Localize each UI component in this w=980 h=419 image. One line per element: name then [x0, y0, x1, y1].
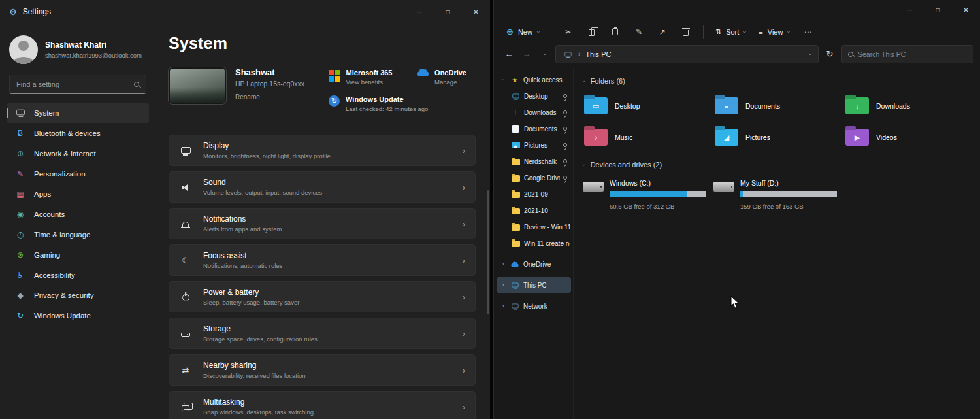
- sidebar-item-gaming[interactable]: ⊗ Gaming: [7, 245, 149, 265]
- nearby-sharing-icon: ⇄: [179, 366, 192, 375]
- settings-search[interactable]: [9, 75, 146, 94]
- rename-button[interactable]: ✎: [628, 23, 650, 41]
- settings-row-focus-assist[interactable]: ☾ Focus assist Notifications, automatic …: [169, 244, 476, 276]
- videos-folder-icon: ▶: [845, 129, 869, 146]
- back-button[interactable]: ←: [500, 46, 517, 63]
- folders-section-header[interactable]: › Folders (6): [583, 77, 980, 85]
- sidebar-item-windows-update[interactable]: ↻ Windows Update: [7, 306, 149, 326]
- folder-tile-music[interactable]: ♪ Music: [583, 124, 713, 150]
- nav-downloads[interactable]: ↓ Downloads: [497, 105, 571, 120]
- user-email: shashwat.khatri1993@outlook.com: [45, 52, 142, 59]
- folder-tile-desktop[interactable]: ▭ Desktop: [583, 93, 713, 119]
- minimize-button[interactable]: ─: [896, 0, 924, 20]
- sort-button[interactable]: ⇅ Sort ›: [710, 24, 751, 39]
- explorer-search-input[interactable]: [858, 50, 967, 58]
- chevron-right-icon[interactable]: ›: [500, 282, 506, 288]
- sidebar-item-time-language[interactable]: ◷ Time & language: [7, 225, 149, 244]
- folder-tile-videos[interactable]: ▶ Videos: [844, 124, 975, 150]
- settings-row-multitasking[interactable]: Multitasking Snap windows, desktops, tas…: [169, 391, 476, 419]
- minimize-button[interactable]: ─: [406, 0, 434, 24]
- sidebar-item-accounts[interactable]: ◉ Accounts: [7, 205, 149, 224]
- sidebar-item-apps[interactable]: ▦ Apps: [7, 184, 149, 204]
- windows-update-card[interactable]: ↻ Windows Update Last checked: 42 minute…: [329, 95, 466, 112]
- maximize-button[interactable]: □: [924, 0, 952, 20]
- user-profile[interactable]: Shashwat Khatri shashwat.khatri1993@outl…: [0, 30, 155, 68]
- sidebar-item-system[interactable]: System: [7, 103, 149, 123]
- rename-link[interactable]: Rename: [235, 93, 304, 101]
- nav-network[interactable]: › Network: [497, 298, 571, 314]
- folder-icon: [510, 223, 521, 231]
- microsoft-365-card[interactable]: Microsoft 365 View benefits: [329, 69, 412, 86]
- sidebar-item-privacy-security[interactable]: ◆ Privacy & security: [7, 286, 149, 305]
- close-button[interactable]: ✕: [462, 0, 490, 24]
- refresh-button[interactable]: ↻: [821, 46, 838, 63]
- downloads-folder-icon: ↓: [845, 97, 869, 114]
- explorer-search[interactable]: [841, 45, 973, 63]
- paste-button[interactable]: [604, 23, 627, 41]
- view-button[interactable]: ≡ View ›: [753, 25, 795, 39]
- pin-icon: [563, 143, 567, 147]
- settings-row-nearby-sharing[interactable]: ⇄ Nearby sharing Discoverability, receiv…: [169, 354, 476, 386]
- scrollbar-thumb[interactable]: [487, 190, 489, 314]
- sidebar-item-accessibility[interactable]: ♿ Accessibility: [7, 265, 149, 285]
- nav-2021-09[interactable]: 2021-09: [497, 186, 571, 202]
- cut-button[interactable]: ✂: [557, 23, 580, 41]
- folder-tile-pictures[interactable]: ◢ Pictures: [713, 124, 844, 150]
- chevron-down-icon[interactable]: ›: [807, 53, 813, 55]
- settings-row-sound[interactable]: Sound Volume levels, output, input, soun…: [169, 171, 476, 203]
- power-icon: [179, 293, 192, 301]
- chevron-down-icon[interactable]: ›: [500, 76, 506, 83]
- chevron-down-icon: ›: [541, 53, 547, 55]
- nav-onedrive[interactable]: › OneDrive: [497, 256, 571, 272]
- settings-search-input[interactable]: [16, 80, 129, 88]
- nav-this-pc[interactable]: › This PC: [497, 277, 571, 293]
- forward-button[interactable]: →: [518, 46, 535, 63]
- focus-assist-icon: ☾: [179, 256, 192, 265]
- settings-row-display[interactable]: Display Monitors, brightness, night ligh…: [169, 135, 476, 166]
- nav-review-win11[interactable]: Review - Win 11 st...: [497, 219, 571, 235]
- share-button[interactable]: ↗: [651, 23, 674, 41]
- chevron-right-icon[interactable]: ›: [500, 261, 506, 267]
- recent-locations-button[interactable]: ›: [536, 46, 553, 63]
- drives-section-header[interactable]: › Devices and drives (2): [583, 161, 980, 169]
- onedrive-card[interactable]: OneDrive Manage: [417, 69, 466, 86]
- settings-row-storage[interactable]: Storage Storage space, drives, configura…: [169, 318, 476, 349]
- settings-window: ⚙ Settings ─ □ ✕ Shashwat Khatri shashwa…: [0, 0, 490, 419]
- nav-desktop[interactable]: Desktop: [497, 88, 571, 104]
- delete-button[interactable]: [675, 23, 697, 41]
- nav-google-drive[interactable]: Google Drive: [497, 170, 571, 186]
- window-controls: ─ □ ✕: [406, 0, 490, 24]
- nav-nerdschalk[interactable]: Nerdschalk: [497, 154, 571, 169]
- copy-button[interactable]: [581, 23, 603, 41]
- drive-tile-c[interactable]: Windows (C:) 60.6 GB free of 312 GB: [583, 176, 713, 211]
- maximize-button[interactable]: □: [434, 0, 462, 24]
- drive-tile-d[interactable]: My Stuff (D:) 159 GB free of 163 GB: [713, 176, 844, 211]
- sidebar-item-personalization[interactable]: ✎ Personalization: [7, 164, 149, 184]
- divider: [551, 25, 551, 39]
- chevron-right-icon: ›: [463, 219, 465, 229]
- nav-2021-10[interactable]: 2021-10: [497, 203, 571, 218]
- new-button[interactable]: ⊕ New ›: [500, 24, 545, 39]
- address-bar[interactable]: › This PC ›: [555, 45, 819, 63]
- manage-link[interactable]: Manage: [434, 78, 466, 86]
- nav-pictures[interactable]: Pictures: [497, 137, 571, 153]
- device-thumbnail: [169, 67, 226, 104]
- more-options-button[interactable]: ⋯: [796, 23, 819, 41]
- close-button[interactable]: ✕: [952, 0, 980, 20]
- nav-win11-create-new[interactable]: Win 11 create new: [497, 235, 571, 251]
- explorer-content: › Folders (6) ▭ Desktop ≡ Documents ↓ Do…: [574, 68, 980, 419]
- folder-tile-documents[interactable]: ≡ Documents: [713, 93, 844, 119]
- sidebar-item-network-internet[interactable]: ⊕ Network & internet: [7, 144, 149, 163]
- last-checked-text: Last checked: 42 minutes ago: [346, 105, 428, 112]
- bluetooth-icon: Ƀ: [15, 129, 25, 137]
- chevron-right-icon[interactable]: ›: [500, 303, 506, 309]
- settings-row-notifications[interactable]: Notifications Alerts from apps and syste…: [169, 208, 476, 239]
- sidebar-item-bluetooth-devices[interactable]: Ƀ Bluetooth & devices: [7, 124, 149, 143]
- nav-documents[interactable]: Documents: [497, 121, 571, 137]
- breadcrumb-location[interactable]: This PC: [585, 50, 611, 58]
- nav-quick-access[interactable]: › ★ Quick access: [497, 72, 571, 88]
- view-benefits-link[interactable]: View benefits: [346, 78, 393, 86]
- folder-tile-downloads[interactable]: ↓ Downloads: [844, 93, 975, 119]
- update-icon: ↻: [329, 95, 340, 107]
- settings-row-power-battery[interactable]: Power & battery Sleep, battery usage, ba…: [169, 281, 476, 312]
